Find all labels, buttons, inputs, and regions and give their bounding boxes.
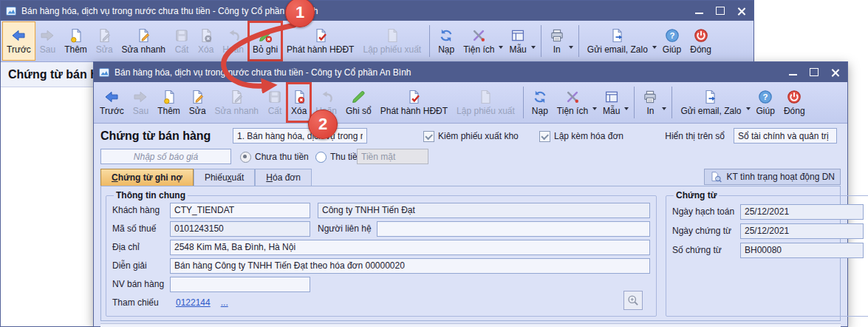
toolbar-button-mau[interactable]: Mẫu: [598, 83, 624, 122]
khach-hang-code-field[interactable]: [170, 203, 310, 218]
window2-bottom-edge: [100, 323, 841, 327]
tab-phieu-xuat[interactable]: Phiếu xuất: [194, 169, 255, 186]
zoom-button[interactable]: [623, 291, 643, 310]
khach-hang-name-field[interactable]: [318, 203, 650, 218]
toolbar-separator: [578, 25, 579, 57]
toolbar-button-gui-email-zalo[interactable]: Gửi email, Zalo: [583, 21, 652, 61]
toolbar-separator: [523, 87, 524, 118]
toolbar-button-label: Gửi email, Zalo: [680, 106, 741, 116]
toolbar-button-label: Phát hành HĐĐT: [287, 44, 354, 55]
template-icon: [510, 28, 525, 43]
toolbar-button-giup[interactable]: ?Giúp: [658, 21, 686, 61]
tab-hoa-don[interactable]: Hóa đơn: [255, 169, 312, 186]
nv-ban-hang-field[interactable]: [170, 277, 310, 292]
kt-status-button[interactable]: KT tình trạng hoạt động DN: [704, 169, 841, 185]
group-legend: Chứng từ: [674, 190, 719, 200]
field-row-ma-so-thue: Mã số thuế Người liên hệ: [112, 220, 650, 237]
toolbar-button-nap[interactable]: Nạp: [434, 21, 459, 61]
group-thong-tin-chung: Thông tin chung Khách hàng Mã số thuế Ng…: [106, 190, 657, 317]
checkbox-lap-kem-hoa-don[interactable]: Lập kèm hóa đơn: [539, 128, 623, 144]
tham-chieu-label: Tham chiếu: [112, 297, 170, 308]
toolbar-button-them[interactable]: Thêm: [60, 21, 92, 61]
field-row-dien-giai: Diễn giải: [112, 257, 650, 274]
toolbar-button-label: Sửa nhanh: [122, 44, 165, 55]
toolbar-button-label: Cất: [268, 106, 282, 116]
minimize-icon[interactable]: [695, 13, 703, 14]
ngay-chung-tu-field[interactable]: [740, 223, 864, 239]
dropdown-caret-icon[interactable]: [531, 46, 536, 49]
toolbar-button-label: Đóng: [784, 106, 805, 116]
dropdown-caret-icon[interactable]: [592, 107, 597, 110]
doc-icon: [478, 90, 493, 104]
toolbar-button-truoc[interactable]: Trước: [95, 83, 129, 122]
dropdown-caret-icon[interactable]: [569, 46, 573, 49]
dien-giai-label: Diễn giải: [112, 260, 170, 271]
toolbar-button-tien-ich[interactable]: Tiện ích: [553, 83, 592, 122]
window2-titlebar: Bán hàng hóa, dịch vụ trong nước chưa th…: [94, 62, 847, 82]
dropdown-caret-icon[interactable]: [624, 107, 629, 110]
toolbar-button-truoc[interactable]: Trước: [2, 21, 35, 61]
toolbar-button-dong[interactable]: Đóng: [779, 83, 810, 122]
nguoi-lien-he-field[interactable]: [377, 221, 650, 237]
toolbar-button-them[interactable]: Thêm: [153, 83, 185, 122]
toolbar-button-ghi-so[interactable]: Ghi sổ: [341, 83, 376, 122]
dropdown-caret-icon[interactable]: [499, 46, 503, 49]
toolbar-button-bo-ghi[interactable]: Bỏ ghi: [248, 21, 282, 61]
toolbar-button-sua-nhanh[interactable]: Sửa nhanh: [117, 21, 170, 61]
toolbar-button-label: Giúp: [756, 106, 775, 116]
toolbar-button-phat-hanh-hddt[interactable]: Phát hành HĐĐT: [282, 21, 358, 61]
toolbar-button-mau[interactable]: Mẫu: [505, 21, 530, 61]
dropdown-caret-icon[interactable]: [652, 46, 657, 49]
toolbar-button-sua[interactable]: Sửa: [185, 83, 211, 122]
tham-chieu-more-link[interactable]: ...: [221, 297, 228, 308]
form-header-row: Chứng từ bán hàng Kiêm phiếu xuất kho Lậ…: [100, 128, 841, 145]
toolbar-button-nap[interactable]: Nạp: [527, 83, 553, 122]
dien-giai-field[interactable]: [170, 258, 650, 274]
toolbar-button-in[interactable]: In: [545, 21, 569, 61]
toolbar-button-label: Lập phiếu xuất: [457, 106, 515, 116]
toolbar-button-label: Sửa: [189, 106, 206, 116]
document-type-combobox[interactable]: [233, 128, 367, 144]
toolbar-button-dong[interactable]: Đóng: [686, 21, 716, 61]
printer-icon: [643, 90, 657, 104]
display-on-book-field[interactable]: [734, 128, 837, 144]
toolbar-button-label: Sửa: [96, 44, 113, 55]
toolbar-button-label: Sau: [40, 44, 55, 55]
toolbar-button-xoa: Xóa: [194, 21, 218, 61]
toolbar-button-xoa[interactable]: Xóa: [287, 83, 311, 122]
ngay-hach-toan-label: Ngày hạch toán: [672, 206, 740, 217]
doc-new-icon: [162, 90, 177, 104]
dia-chi-field[interactable]: [170, 240, 650, 255]
dropdown-caret-icon[interactable]: [662, 107, 666, 110]
toolbar-button-label: Bỏ ghi: [253, 44, 278, 55]
radio-chua-thu-tien[interactable]: Chưa thu tiền: [240, 149, 309, 165]
dia-chi-label: Địa chỉ: [112, 242, 170, 252]
checkbox-kiem-phieu-xuat-kho[interactable]: Kiêm phiếu xuất kho: [423, 128, 519, 144]
close-icon[interactable]: [831, 68, 840, 77]
maximize-icon[interactable]: [810, 68, 819, 76]
ma-so-thue-label: Mã số thuế: [112, 223, 170, 234]
so-chung-tu-field[interactable]: [740, 243, 864, 258]
close-icon[interactable]: [737, 7, 746, 16]
toolbar-button-label: Lập phiếu xuất: [363, 44, 421, 55]
minimize-icon[interactable]: [789, 74, 797, 75]
quote-number-input[interactable]: [100, 149, 231, 164]
tham-chieu-link[interactable]: 0122144: [176, 297, 211, 308]
ma-so-thue-field[interactable]: [170, 221, 310, 237]
magnifier-plus-icon: [626, 294, 640, 307]
tab-chung-tu-ghi-no[interactable]: Chứng từ ghi nợ: [100, 169, 194, 186]
toolbar-button-label: Cất: [175, 44, 189, 55]
toolbar-button-tien-ich[interactable]: Tiện ích: [459, 21, 499, 61]
toolbar-button-in[interactable]: In: [638, 83, 662, 122]
toolbar-button-phat-hanh-hddt[interactable]: Phát hành HĐĐT: [376, 83, 452, 122]
toolbar-button-gui-email-zalo[interactable]: Gửi email, Zalo: [676, 83, 745, 122]
ngay-hach-toan-field[interactable]: [740, 204, 864, 220]
toolbar-button-label: Tiện ích: [463, 44, 494, 55]
dropdown-caret-icon[interactable]: [746, 107, 751, 110]
toolbar-button-label: Đóng: [690, 44, 711, 55]
maximize-icon[interactable]: [716, 7, 725, 15]
refresh-icon: [533, 90, 547, 104]
send-doc-icon: [610, 28, 625, 43]
toolbar-button-giup[interactable]: ?Giúp: [752, 83, 779, 122]
payment-method-field: [357, 149, 428, 164]
